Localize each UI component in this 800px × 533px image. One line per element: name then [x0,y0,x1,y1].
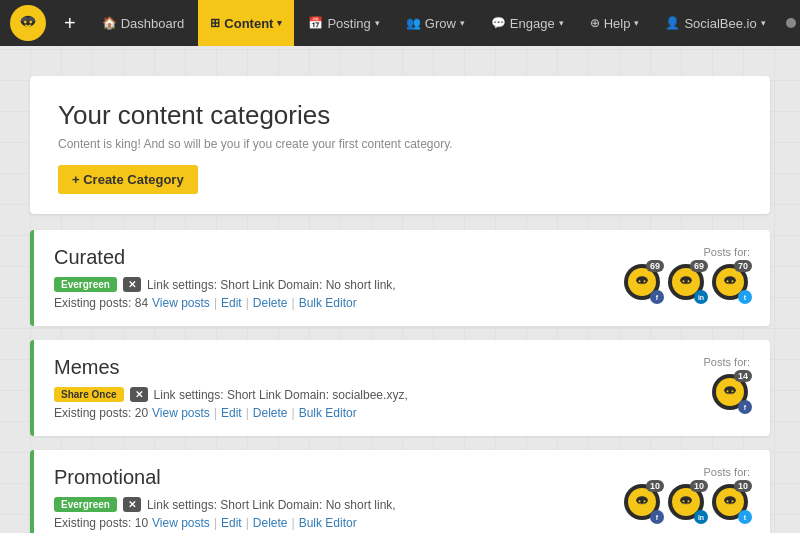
bulk-editor-link[interactable]: Bulk Editor [299,406,357,420]
view-posts-link[interactable]: View posts [152,296,210,310]
avatar: 10 t [712,484,750,522]
posts-for-section: Posts for: 10 f [624,466,750,522]
existing-posts-count: Existing posts: 10 [54,516,148,530]
svg-point-24 [727,500,729,502]
svg-point-4 [29,21,32,24]
avatar: 10 f [624,484,662,522]
evergreen-badge: Evergreen [54,497,117,512]
delete-link[interactable]: Delete [253,516,288,530]
social-icon-fb: f [650,510,664,524]
create-category-button[interactable]: + Create Category [58,165,198,194]
posting-caret: ▾ [375,18,380,28]
post-count-badge: 14 [734,370,752,382]
x-badge: ✕ [123,497,141,512]
svg-point-3 [24,21,27,24]
view-posts-link[interactable]: View posts [152,406,210,420]
post-count-badge: 10 [646,480,664,492]
engage-caret: ▾ [559,18,564,28]
svg-point-25 [732,500,734,502]
svg-point-18 [639,500,641,502]
view-posts-link[interactable]: View posts [152,516,210,530]
nav-item-content[interactable]: ⊞ Content ▾ [198,0,294,46]
engage-icon: 💬 [491,16,506,30]
avatars-row: 69 f 69 in [624,264,750,302]
link-settings: Link settings: Short Link Domain: social… [154,388,408,402]
grow-icon: 👥 [406,16,421,30]
post-count-badge: 69 [690,260,708,272]
nav-item-engage[interactable]: 💬 Engage ▾ [479,0,576,46]
social-icon-li: in [694,510,708,524]
svg-point-16 [732,390,734,392]
social-icon-tw: t [738,510,752,524]
avatar: 69 in [668,264,706,302]
nav-item-grow[interactable]: 👥 Grow ▾ [394,0,477,46]
svg-point-9 [683,280,685,282]
content-caret: ▾ [277,18,282,28]
svg-point-15 [727,390,729,392]
svg-point-17 [636,496,648,504]
posting-icon: 📅 [308,16,323,30]
help-caret: ▾ [634,18,639,28]
existing-posts-count: Existing posts: 20 [54,406,148,420]
svg-point-8 [680,276,692,284]
add-button[interactable]: + [52,12,88,35]
category-meta: Share Once ✕ Link settings: Short Link D… [54,387,750,402]
svg-point-14 [724,386,736,394]
evergreen-badge: Evergreen [54,277,117,292]
svg-point-10 [688,280,690,282]
category-card: Posts for: 14 f Memes [30,340,770,436]
dashboard-icon: 🏠 [102,16,117,30]
nav-item-dashboard[interactable]: 🏠 Dashboard [90,0,197,46]
svg-point-20 [680,496,692,504]
posts-for-section: Posts for: 69 f [624,246,750,302]
social-icon-li: in [694,290,708,304]
category-actions: Existing posts: 20 View posts | Edit | D… [54,406,750,420]
svg-point-5 [636,276,648,284]
post-count-badge: 10 [690,480,708,492]
svg-point-19 [644,500,646,502]
edit-link[interactable]: Edit [221,516,242,530]
x-badge: ✕ [123,277,141,292]
logo [10,5,46,41]
svg-point-13 [732,280,734,282]
account-caret: ▾ [761,18,766,28]
post-count-badge: 10 [734,480,752,492]
svg-point-11 [724,276,736,284]
nav-item-posting[interactable]: 📅 Posting ▾ [296,0,391,46]
edit-link[interactable]: Edit [221,406,242,420]
avatar: 69 f [624,264,662,302]
svg-point-22 [688,500,690,502]
help-icon: ⊕ [590,16,600,30]
content-icon: ⊞ [210,16,220,30]
bulk-editor-link[interactable]: Bulk Editor [299,296,357,310]
avatar: 10 in [668,484,706,522]
bulk-editor-link[interactable]: Bulk Editor [299,516,357,530]
posts-for-label: Posts for: [704,356,750,368]
avatar: 70 t [712,264,750,302]
page-subtitle: Content is king! And so will be you if y… [58,137,742,151]
social-icon-fb: f [738,400,752,414]
svg-point-6 [639,280,641,282]
posts-for-section: Posts for: 14 f [704,356,750,412]
delete-link[interactable]: Delete [253,296,288,310]
link-settings: Link settings: Short Link Domain: No sho… [147,278,396,292]
svg-point-7 [644,280,646,282]
x-badge: ✕ [130,387,148,402]
grow-caret: ▾ [460,18,465,28]
svg-point-12 [727,280,729,282]
categories-list: Posts for: 69 f [30,230,770,533]
delete-link[interactable]: Delete [253,406,288,420]
edit-link[interactable]: Edit [221,296,242,310]
post-count-badge: 69 [646,260,664,272]
category-card: Posts for: 69 f [30,230,770,326]
post-count-badge: 70 [734,260,752,272]
avatar: 14 f [712,374,750,412]
category-card: Posts for: 10 f [30,450,770,533]
link-settings: Link settings: Short Link Domain: No sho… [147,498,396,512]
shareonce-badge: Share Once [54,387,124,402]
avatars-row: 10 f 10 in [624,484,750,522]
nav-item-help[interactable]: ⊕ Help ▾ [578,0,652,46]
nav-item-account[interactable]: 👤 SocialBee.io ▾ [653,0,777,46]
page-title: Your content categories [58,100,742,131]
posts-for-label: Posts for: [624,466,750,478]
